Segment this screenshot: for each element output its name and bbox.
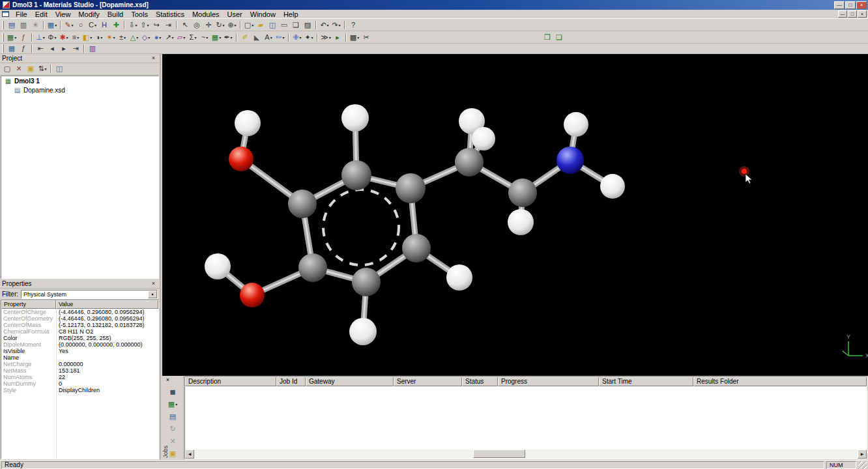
sketch-atom-icon[interactable]: ✎ — [63, 20, 75, 30]
property-row[interactable]: Name — [1, 354, 158, 361]
menu-window[interactable]: Window — [246, 10, 280, 19]
horizontal-scrollbar[interactable]: ◀ ▶ — [185, 449, 867, 459]
adjust-hydrogens-icon[interactable]: H — [98, 20, 110, 30]
resize-grip[interactable] — [858, 461, 867, 469]
scroll-right-icon[interactable]: ▶ — [858, 449, 867, 459]
chart-icon[interactable]: ~ — [199, 32, 210, 42]
jobs-view-icon[interactable]: ▦ — [166, 399, 180, 409]
next-record-icon[interactable]: ▸ — [58, 44, 70, 54]
property-row[interactable]: NetMass 153.181 — [1, 367, 158, 374]
refresh-jobs-icon[interactable]: ↻ — [166, 423, 180, 434]
select-mode-icon[interactable]: ↖ — [179, 20, 191, 30]
menu-help[interactable]: Help — [280, 10, 302, 19]
torsion-icon[interactable]: Φ — [46, 32, 58, 42]
menu-edit[interactable]: Edit — [31, 10, 51, 19]
scrollbar-thumb[interactable] — [473, 449, 525, 458]
window-cascade-icon[interactable]: ❏ — [553, 32, 565, 42]
mdi-minimize-button[interactable]: — — [838, 10, 847, 18]
measure-icon[interactable]: ⊥ — [35, 32, 46, 42]
prev-record-icon[interactable]: ◂ — [46, 44, 58, 54]
animation-icon[interactable]: ≫ — [320, 32, 332, 42]
menu-build[interactable]: Build — [104, 10, 127, 19]
molecule-viewport[interactable]: YX — [162, 54, 868, 376]
property-row[interactable]: NumAtoms 22 — [1, 374, 158, 380]
sort-items-icon[interactable]: ⇅ — [36, 64, 48, 74]
new-file-icon[interactable]: ▢ — [243, 20, 255, 30]
menu-user[interactable]: User — [224, 10, 246, 19]
marker-icon[interactable]: ✏ — [274, 32, 286, 42]
property-row[interactable]: Style DisplayChildren — [1, 387, 158, 393]
job-log-icon[interactable]: ▤ — [166, 411, 180, 421]
menu-tools[interactable]: Tools — [127, 10, 152, 19]
jobs-col-resultsfolder[interactable]: Results Folder — [693, 377, 867, 386]
jobs-col-server[interactable]: Server — [394, 377, 462, 386]
copy-icon[interactable]: ❏ — [290, 20, 302, 30]
undo-icon[interactable]: ↶ — [319, 20, 330, 30]
vectors-icon[interactable]: ↗ — [164, 32, 175, 42]
formula-icon[interactable]: ƒ — [18, 44, 29, 54]
redo-icon[interactable]: ↷ — [330, 20, 342, 30]
document-icon[interactable] — [2, 11, 9, 17]
restore-button[interactable]: □ — [845, 1, 856, 9]
property-column-header[interactable]: Property — [1, 300, 56, 309]
display-options-icon[interactable]: ◑ — [93, 32, 105, 42]
dopamine-molecule[interactable]: YX — [162, 54, 868, 376]
calculation-setup-icon[interactable]: ✳ — [29, 20, 41, 30]
jobs-table-body[interactable] — [185, 386, 867, 449]
pencil-icon[interactable]: ✐ — [239, 32, 251, 42]
script-function-icon[interactable]: ƒ — [18, 32, 29, 42]
property-row[interactable]: IsVisible Yes — [1, 348, 158, 354]
axes-toggle-icon[interactable]: ✙ — [291, 32, 303, 42]
menu-modify[interactable]: Modify — [74, 10, 103, 19]
last-record-icon[interactable]: ⇥ — [70, 44, 81, 54]
rename-item-icon[interactable]: ▢ — [1, 64, 13, 74]
chart-view-icon[interactable]: ▥ — [87, 44, 98, 54]
first-record-icon[interactable]: ⇤ — [35, 44, 46, 54]
menu-view[interactable]: View — [51, 10, 75, 19]
delete-item-icon[interactable]: ✕ — [13, 64, 25, 74]
lighting-icon[interactable]: ✴ — [105, 32, 117, 42]
jobs-col-progress[interactable]: Progress — [498, 377, 599, 386]
planes-icon[interactable]: ▱ — [175, 32, 187, 42]
open-icon[interactable]: ▰ — [255, 20, 267, 30]
label-icon[interactable]: ≡ — [70, 32, 81, 42]
scrollbar-track[interactable] — [194, 449, 858, 459]
chevron-down-icon[interactable]: ▾ — [148, 291, 157, 298]
menu-statistics[interactable]: Statistics — [152, 10, 188, 19]
value-column-header[interactable]: Value — [56, 300, 158, 309]
sum-icon[interactable]: Σ — [187, 32, 199, 42]
scroll-left-icon[interactable]: ◀ — [185, 449, 194, 459]
property-row[interactable]: Color RGB(255, 255, 255) — [1, 335, 158, 341]
jobs-tab-label[interactable]: Jobs — [162, 446, 169, 458]
delete-job-icon[interactable]: ✕ — [166, 436, 180, 446]
pattern-icon[interactable]: ▩ — [349, 32, 360, 42]
toolbar-grip[interactable] — [2, 33, 4, 42]
recenter-view-icon[interactable]: ⊕ — [226, 20, 238, 30]
polyhedra-icon[interactable]: ◇ — [140, 32, 152, 42]
sort-ascending-icon[interactable]: ⇩ — [127, 20, 139, 30]
cut-icon[interactable]: ✂ — [360, 32, 372, 42]
property-row[interactable]: CenterOfGeometry (-4.46446, 0.296080, 0.… — [1, 315, 158, 322]
sketch-ring-icon[interactable]: ○ — [75, 20, 87, 30]
display-table-icon[interactable]: ▦ — [46, 20, 58, 30]
grid-view-icon[interactable]: ▦ — [210, 32, 222, 42]
eraser-icon[interactable]: ◣ — [251, 32, 263, 42]
property-row[interactable]: CenterOfMass (-5.12173, 0.132182, 0.0183… — [1, 322, 158, 328]
jobs-col-jobid[interactable]: Job Id — [276, 377, 306, 386]
rotate-mode-icon[interactable]: ↻ — [214, 20, 226, 30]
translate-mode-icon[interactable]: ✛ — [203, 20, 214, 30]
isosurface-icon[interactable]: ● — [152, 32, 164, 42]
element-picker-icon[interactable]: C — [87, 20, 98, 30]
text-tool-icon[interactable]: A — [263, 32, 274, 42]
skip-icon[interactable]: ⇥ — [162, 20, 174, 30]
minimize-button[interactable]: — — [834, 1, 845, 9]
filter-dropdown[interactable]: Physical System ▾ — [21, 290, 158, 299]
new-document-icon[interactable]: ▤ — [6, 20, 18, 30]
menu-file[interactable]: File — [12, 10, 31, 19]
property-row[interactable]: NetCharge 0.000000 — [1, 361, 158, 367]
window-tile-icon[interactable]: ❒ — [542, 32, 553, 42]
play-movie-icon[interactable]: ▸ — [332, 32, 343, 42]
print-icon[interactable]: ▭ — [278, 20, 290, 30]
save-icon[interactable]: ◫ — [267, 20, 278, 30]
menu-modules[interactable]: Modules — [188, 10, 224, 19]
